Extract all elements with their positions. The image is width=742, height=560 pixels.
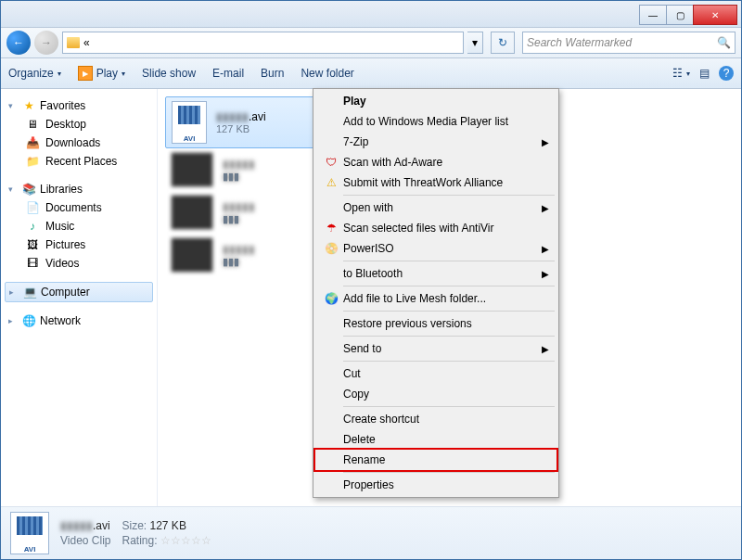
- warning-icon: ⚠: [319, 176, 343, 189]
- email-button[interactable]: E-mail: [212, 67, 244, 80]
- thumbnail-icon: [171, 195, 213, 230]
- ctx-properties[interactable]: Properties: [315, 475, 556, 495]
- ctx-play[interactable]: Play: [315, 91, 556, 111]
- separator: [343, 361, 555, 362]
- recent-icon: 📁: [25, 154, 40, 169]
- details-pane: AVI ▮▮▮▮▮.avi Video Clip Size: 127 KB Ra…: [1, 506, 741, 559]
- avi-file-icon: AVI: [10, 512, 49, 554]
- libraries-header[interactable]: ▾📚Libraries: [5, 180, 153, 198]
- rating-stars[interactable]: ☆☆☆☆☆: [160, 534, 211, 547]
- favorites-header[interactable]: ▾★Favorites: [5, 96, 153, 115]
- picture-icon: 🖼: [25, 237, 40, 252]
- nav-computer[interactable]: ▸💻Computer: [5, 282, 153, 302]
- ctx-poweriso[interactable]: 📀PowerISO▶: [315, 238, 556, 259]
- umbrella-icon: ☂: [319, 222, 343, 235]
- ctx-restore[interactable]: Restore previous versions: [315, 313, 556, 334]
- play-label: Play: [96, 67, 118, 80]
- search-field[interactable]: Search Watermarked 🔍: [522, 32, 736, 54]
- video-icon: 🎞: [25, 256, 40, 271]
- network-icon: 🌐: [21, 313, 36, 328]
- dropdown-icon: ▾: [58, 70, 61, 78]
- ctx-add-to-wmp[interactable]: Add to Windows Media Player list: [315, 111, 556, 132]
- back-button[interactable]: ←: [6, 31, 31, 55]
- search-icon: 🔍: [717, 36, 731, 49]
- disc-icon: 📀: [319, 242, 343, 255]
- separator: [343, 406, 555, 407]
- window-buttons: — ▢ ✕: [640, 5, 737, 23]
- separator: [343, 472, 555, 473]
- ctx-antivir[interactable]: ☂Scan selected files with AntiVir: [315, 218, 556, 238]
- separator: [343, 195, 555, 196]
- organize-label: Organize: [8, 67, 54, 80]
- ctx-open-with[interactable]: Open with▶: [315, 197, 556, 218]
- download-icon: 📥: [25, 135, 40, 150]
- size-label: Size:: [122, 519, 147, 532]
- file-ext: .avi: [249, 110, 266, 123]
- nav-videos[interactable]: 🎞Videos: [5, 254, 153, 273]
- address-dropdown[interactable]: ▾: [467, 32, 483, 54]
- newfolder-button[interactable]: New folder: [301, 67, 353, 80]
- minimize-button[interactable]: —: [639, 5, 667, 25]
- thumbnail-icon: [171, 237, 213, 273]
- help-button[interactable]: ?: [719, 66, 734, 81]
- nav-downloads[interactable]: 📥Downloads: [5, 134, 153, 152]
- play-button[interactable]: ▶ Play ▾: [78, 66, 125, 81]
- rating-label: Rating:: [122, 534, 157, 547]
- separator: [343, 286, 555, 286]
- search-placeholder: Search Watermarked: [527, 36, 632, 49]
- music-icon: ♪: [25, 219, 40, 234]
- nav-recent-places[interactable]: 📁Recent Places: [5, 152, 153, 171]
- ctx-rename[interactable]: Rename: [315, 450, 556, 470]
- nav-documents[interactable]: 📄Documents: [5, 198, 153, 217]
- explorer-window: — ▢ ✕ ← → « ▾ ↻ Search Watermarked 🔍 Org…: [0, 0, 742, 560]
- view-options-button[interactable]: ☷ ▾: [672, 67, 690, 80]
- folder-icon: [67, 37, 80, 48]
- file-size: 127 KB: [216, 123, 266, 134]
- ctx-livemesh[interactable]: 🌍Add file to Live Mesh folder...: [315, 288, 556, 309]
- title-bar: — ▢ ✕: [1, 1, 741, 28]
- nav-desktop[interactable]: 🖥Desktop: [5, 115, 153, 134]
- dropdown-icon: ▾: [122, 70, 125, 78]
- separator: [343, 311, 555, 312]
- ctx-threatwork[interactable]: ⚠Submit with ThreatWork Alliance: [315, 172, 556, 193]
- globe-icon: 🌍: [319, 292, 343, 305]
- network-label: Network: [40, 314, 81, 327]
- submenu-arrow-icon: ▶: [542, 203, 549, 213]
- ctx-cut[interactable]: Cut: [315, 363, 556, 384]
- burn-button[interactable]: Burn: [261, 67, 284, 80]
- ctx-send-to[interactable]: Send to▶: [315, 338, 556, 359]
- separator: [343, 336, 555, 337]
- star-icon: ★: [21, 98, 36, 113]
- favorites-label: Favorites: [40, 99, 85, 112]
- address-bar: ← → « ▾ ↻ Search Watermarked 🔍: [1, 28, 741, 58]
- ctx-bluetooth[interactable]: to Bluetooth▶: [315, 263, 556, 284]
- submenu-arrow-icon: ▶: [542, 244, 549, 254]
- details-filename-hidden: ▮▮▮▮▮: [60, 519, 93, 532]
- back-arrow-icon: ←: [13, 36, 24, 49]
- ctx-adaware[interactable]: 🛡Scan with Ad-Aware: [315, 152, 556, 172]
- slideshow-button[interactable]: Slide show: [142, 67, 196, 80]
- nav-music[interactable]: ♪Music: [5, 217, 153, 235]
- ctx-create-shortcut[interactable]: Create shortcut: [315, 409, 556, 429]
- path-text: «: [83, 36, 90, 49]
- shield-icon: 🛡: [319, 156, 343, 169]
- avi-file-icon: AVI: [172, 101, 207, 144]
- preview-pane-button[interactable]: ▤: [699, 67, 710, 80]
- ctx-7zip[interactable]: 7-Zip▶: [315, 132, 556, 152]
- maximize-button[interactable]: ▢: [666, 5, 694, 25]
- play-icon: ▶: [78, 66, 93, 81]
- document-icon: 📄: [25, 200, 40, 215]
- refresh-button[interactable]: ↻: [491, 32, 515, 54]
- address-field[interactable]: «: [62, 32, 464, 54]
- submenu-arrow-icon: ▶: [542, 137, 549, 147]
- ctx-copy[interactable]: Copy: [315, 384, 556, 404]
- navigation-pane: ▾★Favorites 🖥Desktop 📥Downloads 📁Recent …: [1, 89, 158, 506]
- organize-button[interactable]: Organize ▾: [8, 67, 61, 80]
- context-menu: Play Add to Windows Media Player list 7-…: [313, 88, 559, 498]
- nav-network[interactable]: ▸🌐Network: [5, 312, 153, 330]
- nav-pictures[interactable]: 🖼Pictures: [5, 235, 153, 254]
- library-icon: 📚: [21, 182, 36, 197]
- ctx-delete[interactable]: Delete: [315, 429, 556, 450]
- submenu-arrow-icon: ▶: [542, 344, 549, 354]
- close-button[interactable]: ✕: [693, 5, 737, 25]
